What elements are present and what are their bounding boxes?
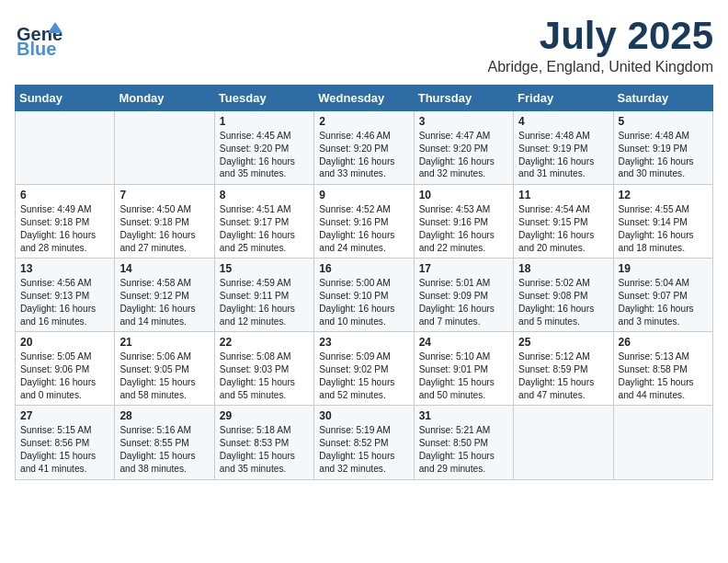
calendar-cell: 23Sunrise: 5:09 AMSunset: 9:02 PMDayligh… [314, 332, 414, 406]
calendar-cell [115, 111, 214, 185]
day-number: 31 [419, 409, 508, 422]
day-number: 25 [518, 336, 608, 349]
calendar-cell: 29Sunrise: 5:18 AMSunset: 8:53 PMDayligh… [214, 406, 313, 479]
calendar-week-4: 20Sunrise: 5:05 AMSunset: 9:06 PMDayligh… [16, 332, 713, 406]
day-content: Sunrise: 5:18 AMSunset: 8:53 PMDaylight:… [220, 424, 309, 475]
calendar-cell [16, 111, 115, 185]
day-content: Sunrise: 5:13 AMSunset: 8:58 PMDaylight:… [619, 350, 708, 401]
location: Abridge, England, United Kingdom [488, 59, 714, 75]
day-content: Sunrise: 4:54 AMSunset: 9:15 PMDaylight:… [518, 203, 608, 254]
calendar-cell [613, 406, 712, 479]
day-content: Sunrise: 4:52 AMSunset: 9:16 PMDaylight:… [319, 203, 408, 254]
day-number: 19 [619, 262, 708, 275]
calendar-cell: 9Sunrise: 4:52 AMSunset: 9:16 PMDaylight… [314, 185, 414, 259]
calendar-cell: 19Sunrise: 5:04 AMSunset: 9:07 PMDayligh… [613, 259, 712, 332]
day-number: 13 [20, 262, 109, 275]
calendar-cell: 16Sunrise: 5:00 AMSunset: 9:10 PMDayligh… [314, 259, 414, 332]
page-header: General Blue July 2025 Abridge, England,… [15, 15, 713, 75]
day-number: 17 [419, 262, 508, 275]
svg-text:Blue: Blue [17, 39, 56, 59]
day-number: 21 [119, 336, 209, 349]
calendar-cell: 11Sunrise: 4:54 AMSunset: 9:15 PMDayligh… [514, 185, 613, 259]
calendar-week-3: 13Sunrise: 4:56 AMSunset: 9:13 PMDayligh… [16, 259, 713, 332]
day-number: 1 [220, 115, 309, 128]
calendar-cell: 21Sunrise: 5:06 AMSunset: 9:05 PMDayligh… [115, 332, 214, 406]
calendar-header-row: SundayMondayTuesdayWednesdayThursdayFrid… [16, 86, 713, 111]
day-number: 27 [20, 409, 109, 422]
day-content: Sunrise: 5:12 AMSunset: 8:59 PMDaylight:… [518, 350, 608, 401]
calendar-cell: 6Sunrise: 4:49 AMSunset: 9:18 PMDaylight… [16, 185, 115, 259]
day-number: 18 [518, 262, 608, 275]
day-number: 15 [220, 262, 309, 275]
day-content: Sunrise: 5:15 AMSunset: 8:56 PMDaylight:… [20, 424, 109, 475]
day-number: 14 [119, 262, 209, 275]
calendar-cell [514, 406, 613, 479]
calendar-cell: 12Sunrise: 4:55 AMSunset: 9:14 PMDayligh… [613, 185, 712, 259]
day-content: Sunrise: 5:08 AMSunset: 9:03 PMDaylight:… [220, 350, 309, 401]
calendar-cell: 5Sunrise: 4:48 AMSunset: 9:19 PMDaylight… [613, 111, 712, 185]
day-number: 16 [319, 262, 408, 275]
calendar-cell: 26Sunrise: 5:13 AMSunset: 8:58 PMDayligh… [613, 332, 712, 406]
day-content: Sunrise: 5:02 AMSunset: 9:08 PMDaylight:… [518, 277, 608, 327]
day-content: Sunrise: 5:19 AMSunset: 8:52 PMDaylight:… [319, 424, 408, 475]
day-number: 2 [319, 115, 408, 128]
day-number: 23 [319, 336, 408, 349]
day-number: 8 [220, 189, 309, 201]
calendar-cell: 27Sunrise: 5:15 AMSunset: 8:56 PMDayligh… [16, 406, 115, 479]
day-number: 11 [518, 189, 608, 201]
day-number: 20 [20, 336, 109, 349]
calendar-week-5: 27Sunrise: 5:15 AMSunset: 8:56 PMDayligh… [16, 406, 713, 479]
day-header-wednesday: Wednesday [314, 86, 414, 111]
day-number: 6 [20, 189, 109, 201]
day-number: 10 [419, 189, 508, 201]
calendar-week-2: 6Sunrise: 4:49 AMSunset: 9:18 PMDaylight… [16, 185, 713, 259]
calendar-cell: 25Sunrise: 5:12 AMSunset: 8:59 PMDayligh… [514, 332, 613, 406]
calendar-cell: 20Sunrise: 5:05 AMSunset: 9:06 PMDayligh… [16, 332, 115, 406]
day-content: Sunrise: 5:16 AMSunset: 8:55 PMDaylight:… [119, 424, 209, 475]
day-content: Sunrise: 5:06 AMSunset: 9:05 PMDaylight:… [119, 350, 209, 401]
day-content: Sunrise: 4:58 AMSunset: 9:12 PMDaylight:… [119, 277, 209, 327]
day-content: Sunrise: 4:48 AMSunset: 9:19 PMDaylight:… [518, 130, 608, 180]
day-content: Sunrise: 5:04 AMSunset: 9:07 PMDaylight:… [619, 277, 708, 327]
day-content: Sunrise: 4:49 AMSunset: 9:18 PMDaylight:… [20, 203, 109, 254]
calendar-cell: 10Sunrise: 4:53 AMSunset: 9:16 PMDayligh… [414, 185, 513, 259]
day-header-tuesday: Tuesday [214, 86, 313, 111]
calendar-cell: 3Sunrise: 4:47 AMSunset: 9:20 PMDaylight… [414, 111, 513, 185]
day-number: 5 [619, 115, 708, 128]
day-content: Sunrise: 5:09 AMSunset: 9:02 PMDaylight:… [319, 350, 408, 401]
calendar-cell: 22Sunrise: 5:08 AMSunset: 9:03 PMDayligh… [214, 332, 313, 406]
day-content: Sunrise: 4:53 AMSunset: 9:16 PMDaylight:… [419, 203, 508, 254]
calendar-cell: 17Sunrise: 5:01 AMSunset: 9:09 PMDayligh… [414, 259, 513, 332]
day-number: 3 [419, 115, 508, 128]
day-header-monday: Monday [115, 86, 214, 111]
title-block: July 2025 Abridge, England, United Kingd… [488, 15, 714, 75]
day-content: Sunrise: 4:59 AMSunset: 9:11 PMDaylight:… [220, 277, 309, 327]
calendar-cell: 24Sunrise: 5:10 AMSunset: 9:01 PMDayligh… [414, 332, 513, 406]
day-header-friday: Friday [514, 86, 613, 111]
day-content: Sunrise: 4:48 AMSunset: 9:19 PMDaylight:… [619, 130, 708, 180]
calendar-cell: 30Sunrise: 5:19 AMSunset: 8:52 PMDayligh… [314, 406, 414, 479]
calendar-cell: 15Sunrise: 4:59 AMSunset: 9:11 PMDayligh… [214, 259, 313, 332]
month-title: July 2025 [488, 15, 714, 57]
day-number: 22 [220, 336, 309, 349]
day-content: Sunrise: 4:50 AMSunset: 9:18 PMDaylight:… [119, 203, 209, 254]
day-content: Sunrise: 5:10 AMSunset: 9:01 PMDaylight:… [419, 350, 508, 401]
day-content: Sunrise: 5:05 AMSunset: 9:06 PMDaylight:… [20, 350, 109, 401]
calendar-cell: 8Sunrise: 4:51 AMSunset: 9:17 PMDaylight… [214, 185, 313, 259]
day-content: Sunrise: 4:46 AMSunset: 9:20 PMDaylight:… [319, 130, 408, 180]
day-content: Sunrise: 4:47 AMSunset: 9:20 PMDaylight:… [419, 130, 508, 180]
day-number: 9 [319, 189, 408, 201]
calendar-cell: 4Sunrise: 4:48 AMSunset: 9:19 PMDaylight… [514, 111, 613, 185]
day-content: Sunrise: 4:55 AMSunset: 9:14 PMDaylight:… [619, 203, 708, 254]
day-number: 28 [119, 409, 209, 422]
calendar-table: SundayMondayTuesdayWednesdayThursdayFrid… [15, 85, 713, 479]
day-header-thursday: Thursday [414, 86, 513, 111]
day-content: Sunrise: 5:21 AMSunset: 8:50 PMDaylight:… [419, 424, 508, 475]
day-content: Sunrise: 4:56 AMSunset: 9:13 PMDaylight:… [20, 277, 109, 327]
logo: General Blue [15, 15, 63, 59]
day-number: 4 [518, 115, 608, 128]
day-content: Sunrise: 4:45 AMSunset: 9:20 PMDaylight:… [220, 130, 309, 180]
calendar-cell: 31Sunrise: 5:21 AMSunset: 8:50 PMDayligh… [414, 406, 513, 479]
day-number: 7 [119, 189, 209, 201]
calendar-cell: 13Sunrise: 4:56 AMSunset: 9:13 PMDayligh… [16, 259, 115, 332]
